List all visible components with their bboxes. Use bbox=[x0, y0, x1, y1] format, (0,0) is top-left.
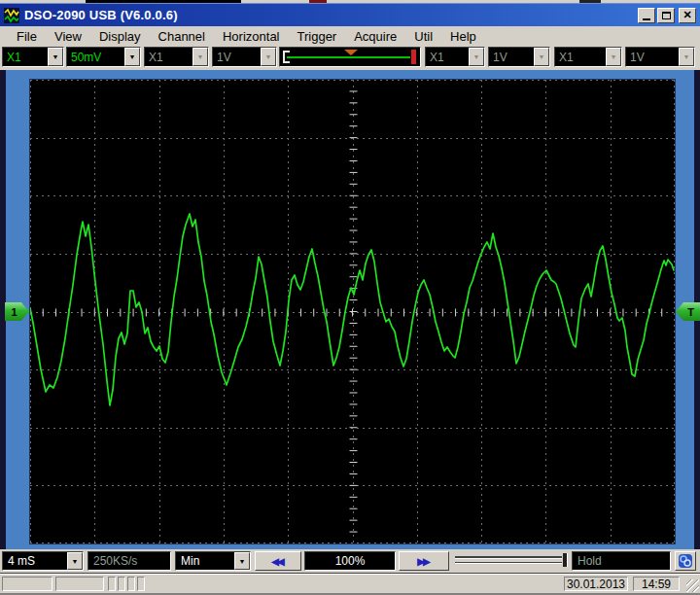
status-panel-empty bbox=[118, 577, 125, 591]
status-bar: 30.01.2013 14:59 bbox=[0, 574, 700, 594]
status-panel-empty bbox=[127, 577, 135, 591]
ch2-volts-div-value: 1V bbox=[213, 51, 261, 64]
menu-trigger[interactable]: Trigger bbox=[289, 27, 346, 46]
minimize-icon bbox=[643, 18, 650, 20]
ch1-volts-div-value: 50mV bbox=[67, 51, 124, 64]
control-bar: 4 mS ▼ 250KS/s Min ▼ ◀◀ 100% ▶▶ Hold bbox=[0, 549, 700, 574]
run-status-display: Hold bbox=[572, 551, 671, 571]
menu-horizontal[interactable]: Horizontal bbox=[214, 27, 289, 46]
title-bar[interactable]: DSO-2090 USB (V6.0.0.6) ✕ bbox=[0, 3, 700, 26]
date-value: 30.01.2013 bbox=[567, 578, 625, 591]
time-value: 14:59 bbox=[642, 578, 671, 591]
menu-util[interactable]: Util bbox=[405, 27, 441, 46]
ch1-ground-marker-label: 1 bbox=[11, 306, 17, 318]
zoom-display: 100% bbox=[304, 551, 396, 571]
trigger-position-marker-icon[interactable] bbox=[344, 50, 358, 55]
chevron-down-icon[interactable]: ▼ bbox=[192, 48, 208, 66]
chevron-down-icon[interactable]: ▼ bbox=[124, 48, 140, 66]
ch3-volts-div-value: 1V bbox=[489, 51, 534, 64]
ch2-volts-div-select[interactable]: 1V ▼ bbox=[212, 47, 277, 67]
window-title: DSO-2090 USB (V6.0.0.6) bbox=[24, 8, 178, 22]
maximize-button[interactable] bbox=[657, 8, 675, 23]
acquisition-mode-select[interactable]: Min ▼ bbox=[175, 551, 251, 571]
ch4-attenuation-value: X1 bbox=[555, 51, 606, 64]
ch4-attenuation-select[interactable]: X1 ▼ bbox=[554, 47, 622, 67]
chevron-down-icon[interactable]: ▼ bbox=[67, 552, 83, 570]
menu-channel[interactable]: Channel bbox=[150, 27, 214, 46]
display-position-slider[interactable] bbox=[455, 553, 568, 569]
status-panel-empty bbox=[137, 577, 145, 591]
app-logo-icon bbox=[4, 8, 19, 23]
slider-handle[interactable] bbox=[563, 553, 568, 567]
maximize-icon bbox=[662, 12, 671, 19]
status-panel-empty bbox=[108, 577, 116, 591]
date-display: 30.01.2013 bbox=[564, 577, 628, 591]
scroll-left-button[interactable]: ◀◀ bbox=[255, 551, 301, 571]
chevron-down-icon[interactable]: ▼ bbox=[679, 48, 694, 66]
menu-acquire[interactable]: Acquire bbox=[345, 27, 405, 46]
scope-area: 1 T bbox=[0, 70, 700, 549]
trigger-level-marker[interactable]: T bbox=[676, 302, 700, 321]
slider-line bbox=[455, 556, 562, 558]
status-panel-empty bbox=[55, 577, 104, 591]
menu-display[interactable]: Display bbox=[90, 27, 150, 46]
slider-right-handle[interactable] bbox=[411, 50, 416, 64]
menu-file[interactable]: File bbox=[8, 27, 46, 46]
sample-rate-display: 250KS/s bbox=[88, 551, 171, 571]
ch1-volts-div-select[interactable]: 50mV ▼ bbox=[66, 47, 141, 67]
app-window: DSO-2090 USB (V6.0.0.6) ✕ File View Disp… bbox=[0, 0, 700, 595]
timebase-select[interactable]: 4 mS ▼ bbox=[2, 551, 84, 571]
resize-grip[interactable] bbox=[686, 579, 699, 592]
slider-track bbox=[287, 56, 410, 58]
menu-bar: File View Display Channel Horizontal Tri… bbox=[0, 26, 700, 46]
ch3-volts-div-select[interactable]: 1V ▼ bbox=[488, 47, 550, 67]
ch2-attenuation-select[interactable]: X1 ▼ bbox=[144, 47, 209, 67]
utility-icon bbox=[678, 553, 693, 569]
menu-view[interactable]: View bbox=[46, 27, 90, 46]
chevron-down-icon[interactable]: ▼ bbox=[234, 552, 250, 570]
time-display: 14:59 bbox=[633, 577, 680, 591]
utility-icon-button[interactable] bbox=[675, 551, 696, 571]
chevron-down-icon[interactable]: ▼ bbox=[606, 48, 621, 66]
ch4-volts-div-select[interactable]: 1V ▼ bbox=[625, 47, 695, 67]
chevron-down-icon[interactable]: ▼ bbox=[534, 48, 549, 66]
ch2-attenuation-value: X1 bbox=[145, 51, 192, 64]
scroll-right-icon: ▶▶ bbox=[417, 556, 428, 567]
toolbar: X1 ▼ 50mV ▼ X1 ▼ 1V ▼ X1 ▼ 1V ▼ bbox=[0, 46, 700, 70]
ch3-attenuation-select[interactable]: X1 ▼ bbox=[425, 47, 485, 67]
timebase-value: 4 mS bbox=[3, 554, 67, 568]
slider-line bbox=[455, 562, 562, 563]
trigger-position-slider[interactable] bbox=[279, 47, 421, 67]
chevron-down-icon[interactable]: ▼ bbox=[261, 48, 276, 66]
run-status-value: Hold bbox=[573, 554, 670, 568]
ch3-attenuation-value: X1 bbox=[426, 51, 469, 64]
close-button[interactable]: ✕ bbox=[679, 8, 696, 23]
close-icon: ✕ bbox=[682, 9, 691, 21]
scroll-right-button[interactable]: ▶▶ bbox=[399, 551, 449, 571]
ch1-attenuation-select[interactable]: X1 ▼ bbox=[2, 47, 64, 67]
chevron-down-icon[interactable]: ▼ bbox=[48, 48, 63, 66]
trigger-level-marker-label: T bbox=[687, 306, 694, 318]
scroll-left-icon: ◀◀ bbox=[271, 556, 282, 567]
zoom-value: 100% bbox=[305, 554, 395, 568]
ch1-ground-marker[interactable]: 1 bbox=[5, 302, 29, 321]
scope-plot bbox=[30, 80, 675, 543]
ch4-volts-div-value: 1V bbox=[626, 51, 679, 64]
minimize-button[interactable] bbox=[638, 8, 655, 23]
sample-rate-value: 250KS/s bbox=[88, 554, 170, 568]
chevron-down-icon[interactable]: ▼ bbox=[469, 48, 484, 66]
acquisition-mode-value: Min bbox=[176, 554, 234, 568]
scope-screen bbox=[30, 80, 675, 543]
status-panel-empty bbox=[2, 577, 52, 591]
ch1-attenuation-value: X1 bbox=[3, 51, 48, 64]
menu-help[interactable]: Help bbox=[441, 27, 485, 46]
